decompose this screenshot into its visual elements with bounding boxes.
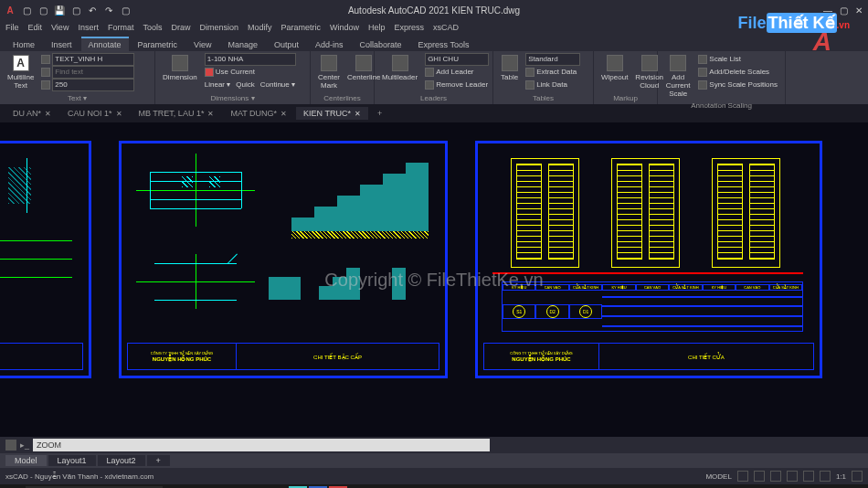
- tab-view[interactable]: View: [186, 38, 218, 51]
- layout-tab[interactable]: Layout2: [98, 455, 145, 466]
- tab-output[interactable]: Output: [267, 38, 306, 51]
- tab-collaborate[interactable]: Collaborate: [353, 38, 409, 51]
- menu-edit[interactable]: Edit: [28, 23, 43, 32]
- leader-style-dropdown[interactable]: [423, 53, 491, 65]
- sync-scale-button[interactable]: Sync Scale Positions: [696, 79, 779, 90]
- menu-xscad[interactable]: xsCAD: [433, 23, 459, 32]
- menu-window[interactable]: Window: [330, 23, 359, 32]
- menu-draw[interactable]: Draw: [171, 23, 190, 32]
- tab-addins[interactable]: Add-ins: [308, 38, 351, 51]
- grid-icon[interactable]: [737, 471, 748, 482]
- close-icon[interactable]: ✕: [207, 110, 214, 118]
- link-data-button[interactable]: Link Data: [524, 79, 582, 90]
- cmd-icon[interactable]: [5, 440, 16, 451]
- wipeout-button[interactable]: Wipeout: [599, 53, 630, 83]
- new-tab-button[interactable]: +: [370, 107, 389, 120]
- qat-undo-icon[interactable]: ↶: [86, 5, 99, 16]
- dimension-button[interactable]: Dimension: [161, 53, 199, 83]
- dim-quick-button[interactable]: Quick: [236, 80, 254, 89]
- qat-new-icon[interactable]: ▢: [20, 5, 33, 16]
- panel-text: A Multiline Text Text ▾: [0, 51, 155, 104]
- dim-use-current[interactable]: Use Current: [203, 66, 298, 78]
- close-icon[interactable]: ✕: [116, 110, 122, 118]
- close-icon[interactable]: ✕: [281, 110, 287, 118]
- tab-parametric[interactable]: Parametric: [131, 38, 185, 51]
- tab-home[interactable]: Home: [5, 38, 42, 51]
- text-height-input[interactable]: [39, 79, 136, 90]
- find-text-input[interactable]: [39, 66, 136, 78]
- panel-text-title[interactable]: Text ▾: [5, 92, 149, 102]
- dim-scale-dropdown[interactable]: [203, 53, 298, 65]
- menu-dimension[interactable]: Dimension: [199, 23, 238, 32]
- doc-tab[interactable]: MB TRET, LAU 1*✕: [132, 107, 222, 120]
- panel-leaders: Multileader Add Leader Remove Leader Lea…: [375, 51, 493, 104]
- add-current-scale-button[interactable]: Add Current Scale: [663, 53, 693, 100]
- menu-help[interactable]: Help: [368, 23, 386, 32]
- menu-parametric[interactable]: Parametric: [281, 23, 322, 32]
- doc-tab[interactable]: KIEN TRUC*✕: [296, 107, 368, 120]
- command-input[interactable]: [33, 439, 490, 451]
- qat-redo-icon[interactable]: ↷: [102, 5, 115, 16]
- table-button[interactable]: Table: [499, 53, 520, 83]
- tab-annotate[interactable]: Annotate: [81, 37, 129, 51]
- qat-save-icon[interactable]: 💾: [53, 5, 66, 16]
- dim-continue-button[interactable]: Continue ▾: [260, 80, 295, 89]
- panel-annoscale: Add Current Scale Scale List Add/Delete …: [658, 51, 786, 104]
- settings-icon[interactable]: [852, 471, 863, 482]
- scale-indicator[interactable]: 1:1: [836, 472, 846, 481]
- status-bar: xsCAD - Nguyễn Văn Thanh - xdvietnam.com…: [0, 468, 868, 484]
- qat-open-icon[interactable]: ▢: [37, 5, 49, 16]
- qat-saveas-icon[interactable]: ▢: [69, 5, 82, 16]
- add-delete-scales-button[interactable]: Add/Delete Scales: [696, 66, 779, 78]
- otrack-icon[interactable]: [820, 471, 831, 482]
- windows-taskbar: ⊞ ⚪ Type here to search ▢ e ▢ X W ▢ S R …: [0, 484, 868, 488]
- doc-tab[interactable]: DU AN*✕: [5, 107, 58, 120]
- polar-icon[interactable]: [787, 471, 798, 482]
- drawing-sheet: CÔNG TY TNHH TƯ VẤN XÂY DỰNGNGUYỄN HỒNG …: [0, 141, 91, 378]
- panel-center-title: Centerlines: [316, 92, 368, 102]
- scale-list-button[interactable]: Scale List: [696, 53, 779, 65]
- remove-leader-button[interactable]: Remove Leader: [423, 79, 491, 90]
- panel-leaders-title[interactable]: Leaders: [380, 92, 487, 102]
- close-icon[interactable]: ✕: [355, 110, 361, 118]
- multiline-text-button[interactable]: A Multiline Text: [5, 53, 36, 91]
- multileader-button[interactable]: Multileader: [380, 53, 419, 83]
- close-icon[interactable]: ✕: [45, 110, 51, 118]
- close-icon[interactable]: ✕: [855, 5, 863, 16]
- ortho-icon[interactable]: [770, 471, 781, 482]
- center-mark-button[interactable]: Center Mark: [316, 53, 342, 91]
- menu-insert[interactable]: Insert: [78, 23, 99, 32]
- menu-modify[interactable]: Modify: [248, 23, 272, 32]
- model-tab[interactable]: Model: [5, 455, 47, 466]
- dim-linear-button[interactable]: Linear ▾: [205, 80, 230, 89]
- extract-data-button[interactable]: Extract Data: [524, 66, 582, 78]
- panel-markup: Wipeout Revision Cloud Markup: [594, 51, 658, 104]
- osnap-icon[interactable]: [803, 471, 814, 482]
- menu-view[interactable]: View: [51, 23, 69, 32]
- panel-tables-title[interactable]: Tables: [499, 92, 587, 102]
- app-icon[interactable]: A: [4, 5, 16, 16]
- tab-insert[interactable]: Insert: [44, 38, 79, 51]
- tab-express[interactable]: Express Tools: [411, 38, 477, 51]
- menu-format[interactable]: Format: [108, 23, 134, 32]
- add-leader-button[interactable]: Add Leader: [423, 66, 491, 78]
- add-layout-button[interactable]: +: [147, 455, 170, 466]
- snap-icon[interactable]: [754, 471, 765, 482]
- menu-express[interactable]: Express: [395, 23, 425, 32]
- menu-file[interactable]: File: [5, 23, 19, 32]
- text-style-dropdown[interactable]: [39, 53, 136, 65]
- menu-tools[interactable]: Tools: [143, 23, 162, 32]
- layout-tabs: Model Layout1 Layout2 +: [0, 453, 868, 468]
- drawing-canvas[interactable]: CÔNG TY TNHH TƯ VẤN XÂY DỰNGNGUYỄN HỒNG …: [0, 122, 868, 437]
- status-text: xsCAD - Nguyễn Văn Thanh - xdvietnam.com: [5, 472, 153, 481]
- doc-tab[interactable]: MAT DUNG*✕: [223, 107, 294, 120]
- panel-markup-title: Markup: [599, 92, 651, 102]
- panel-dim-title[interactable]: Dimensions ▾: [161, 92, 304, 102]
- qat-plot-icon[interactable]: ▢: [119, 5, 132, 16]
- table-style-dropdown[interactable]: [524, 53, 582, 65]
- tab-manage[interactable]: Manage: [220, 38, 265, 51]
- doc-tab[interactable]: CAU NOI 1*✕: [60, 107, 130, 120]
- text-style-input[interactable]: [52, 53, 134, 66]
- model-indicator[interactable]: MODEL: [705, 472, 731, 481]
- layout-tab[interactable]: Layout1: [48, 455, 96, 466]
